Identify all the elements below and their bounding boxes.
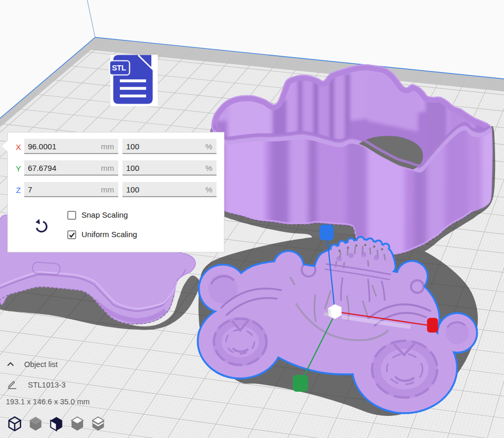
svg-text:STL: STL <box>112 64 126 72</box>
